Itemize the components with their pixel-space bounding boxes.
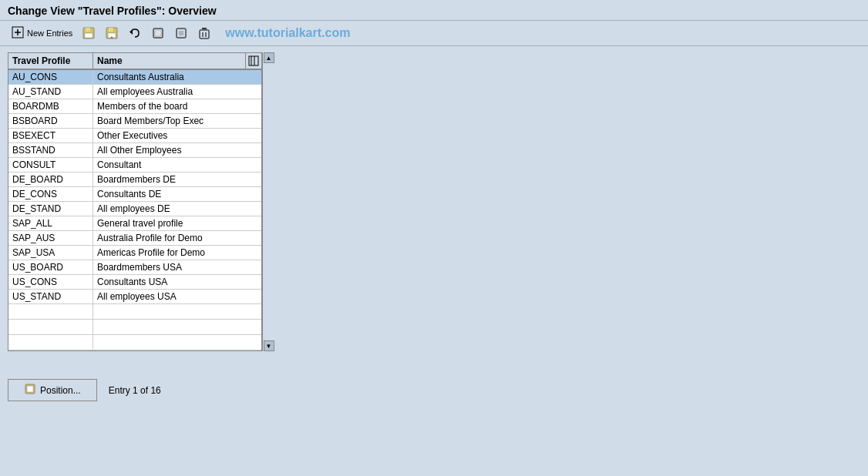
table-container: Travel Profile Name AU_CONSConsultants A…: [8, 52, 262, 351]
entry-info: Entry 1 of 16: [109, 385, 161, 396]
save-button[interactable]: [79, 25, 99, 42]
table-wrapper: Travel Profile Name AU_CONSConsultants A…: [8, 52, 860, 351]
new-entries-icon: [11, 25, 25, 41]
table-row-empty: [8, 304, 261, 320]
title-bar: Change View "Travel Profiles": Overview: [0, 0, 868, 21]
table-row[interactable]: AU_CONSConsultants Australia: [8, 70, 261, 85]
svg-rect-7: [109, 28, 113, 32]
cell-name: Consultant: [93, 158, 261, 172]
new-entries-button[interactable]: New Entries: [8, 24, 76, 42]
cell-profile: BOARDMB: [8, 99, 93, 113]
cell-profile: AU_CONS: [8, 70, 93, 84]
table-row[interactable]: SAP_USAAmericas Profile for Demo: [8, 246, 261, 260]
svg-text:+: +: [111, 35, 114, 39]
watermark: www.tutorialkart.com: [225, 26, 350, 40]
cell-name: All employees USA: [93, 290, 261, 303]
column-settings-icon[interactable]: [246, 53, 261, 69]
table-row[interactable]: US_BOARDBoardmembers USA: [8, 260, 261, 275]
table-body: AU_CONSConsultants AustraliaAU_STANDAll …: [8, 70, 261, 350]
cell-name: Boardmembers USA: [93, 260, 261, 274]
undo-button[interactable]: [125, 25, 145, 42]
save2-icon: +: [105, 26, 119, 40]
table-row-empty: [8, 320, 261, 335]
table-header: Travel Profile Name: [8, 53, 261, 70]
page-title: Change View "Travel Profiles": Overview: [8, 5, 217, 17]
svg-rect-12: [155, 30, 161, 36]
cell-profile: DE_STAND: [8, 202, 93, 216]
delete-button[interactable]: [194, 25, 214, 42]
cell-profile: DE_CONS: [8, 187, 93, 201]
scroll-down-button[interactable]: ▼: [264, 340, 274, 351]
position-button[interactable]: Position...: [8, 379, 97, 401]
cell-name: Members of the board: [93, 99, 261, 113]
delete-icon: [197, 26, 211, 40]
table-row[interactable]: DE_STANDAll employees DE: [8, 202, 261, 216]
table-row[interactable]: AU_STANDAll employees Australia: [8, 85, 261, 99]
cell-name: Consultants DE: [93, 187, 261, 201]
cell-profile: SAP_AUS: [8, 231, 93, 245]
cut-button[interactable]: [148, 25, 168, 42]
cell-profile: SAP_ALL: [8, 216, 93, 230]
table-row[interactable]: BSSTANDAll Other Employees: [8, 143, 261, 158]
cut-icon: [151, 26, 165, 40]
cell-name: General travel profile: [93, 216, 261, 230]
position-icon: [24, 383, 36, 397]
cell-name: Board Members/Top Exec: [93, 114, 261, 128]
cell-name: All employees DE: [93, 202, 261, 216]
table-row[interactable]: US_STANDAll employees USA: [8, 290, 261, 304]
table-row[interactable]: BSBOARDBoard Members/Top Exec: [8, 114, 261, 129]
save-icon: [82, 26, 96, 40]
table-row[interactable]: DE_BOARDBoardmembers DE: [8, 173, 261, 187]
cell-name: Other Executives: [93, 129, 261, 142]
scroll-up-button[interactable]: ▲: [264, 52, 274, 63]
cell-name: Consultants Australia: [93, 70, 261, 84]
table-row[interactable]: US_CONSConsultants USA: [8, 275, 261, 290]
main-content: Travel Profile Name AU_CONSConsultants A…: [0, 46, 868, 357]
cell-name: Americas Profile for Demo: [93, 246, 261, 260]
svg-rect-17: [200, 30, 209, 39]
paste-button[interactable]: [171, 25, 191, 42]
cell-profile: US_STAND: [8, 290, 93, 303]
cell-name: Consultants USA: [93, 275, 261, 289]
scrollbar[interactable]: ▲ ▼: [262, 52, 274, 351]
cell-name: Australia Profile for Demo: [93, 231, 261, 245]
cell-name: All employees Australia: [93, 85, 261, 99]
table-row[interactable]: SAP_ALLGeneral travel profile: [8, 216, 261, 231]
cell-profile: BSEXECT: [8, 129, 93, 142]
table-row[interactable]: DE_CONSConsultants DE: [8, 187, 261, 202]
cell-profile: DE_BOARD: [8, 173, 93, 186]
cell-profile: US_BOARD: [8, 260, 93, 274]
svg-rect-25: [27, 386, 33, 392]
save2-button[interactable]: +: [102, 25, 122, 42]
cell-profile: AU_STAND: [8, 85, 93, 99]
header-name: Name: [93, 53, 246, 69]
bottom-bar: Position... Entry 1 of 16: [0, 373, 868, 407]
table-row[interactable]: BSEXECTOther Executives: [8, 129, 261, 143]
svg-rect-21: [249, 56, 258, 65]
svg-rect-4: [86, 28, 90, 32]
table-row-empty: [8, 335, 261, 350]
svg-rect-5: [85, 33, 93, 38]
new-entries-label: New Entries: [27, 28, 72, 38]
table-row[interactable]: BOARDMBMembers of the board: [8, 99, 261, 114]
toolbar: New Entries +: [0, 21, 868, 46]
undo-icon: [128, 26, 142, 40]
header-profile: Travel Profile: [8, 53, 93, 69]
cell-name: Boardmembers DE: [93, 173, 261, 186]
table-row[interactable]: SAP_AUSAustralia Profile for Demo: [8, 231, 261, 246]
paste-icon: [174, 26, 188, 40]
cell-profile: BSBOARD: [8, 114, 93, 128]
table-row[interactable]: CONSULTConsultant: [8, 158, 261, 173]
cell-profile: BSSTAND: [8, 143, 93, 157]
cell-profile: CONSULT: [8, 158, 93, 172]
position-label: Position...: [40, 385, 81, 396]
cell-name: All Other Employees: [93, 143, 261, 157]
cell-profile: US_CONS: [8, 275, 93, 289]
cell-profile: SAP_USA: [8, 246, 93, 260]
